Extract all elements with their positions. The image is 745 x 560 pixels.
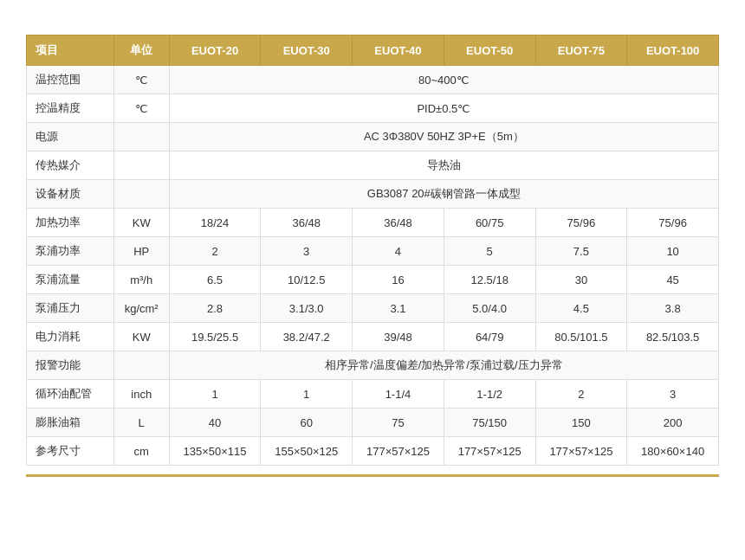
row-value-cell: 2	[535, 380, 627, 409]
row-value-cell: 1-1/4	[353, 380, 444, 409]
col-header-model: EUOT-40	[353, 35, 444, 66]
table-row: 参考尺寸cm135×50×115155×50×125177×57×125177×…	[27, 437, 719, 466]
row-item: 膨胀油箱	[27, 409, 114, 437]
row-unit: HP	[113, 237, 169, 266]
row-unit: cm	[113, 437, 169, 466]
row-value-cell: 16	[353, 266, 444, 294]
row-value-cell: 177×57×125	[353, 437, 444, 466]
row-value-cell: 30	[535, 266, 627, 294]
parameter-table: 项目单位EUOT-20EUOT-30EUOT-40EUOT-50EUOT-75E…	[26, 35, 719, 466]
table-row: 膨胀油箱L40607575/150150200	[27, 409, 719, 437]
row-value-cell: 75/96	[535, 209, 627, 237]
row-item: 参考尺寸	[27, 437, 114, 466]
row-unit	[113, 351, 169, 380]
row-item: 控温精度	[27, 94, 114, 123]
table-row: 设备材质GB3087 20#碳钢管路一体成型	[27, 180, 719, 209]
row-value-cell: 12.5/18	[444, 266, 535, 294]
row-item: 泵浦功率	[27, 237, 114, 266]
row-value-cell: 3	[627, 380, 719, 409]
row-value-cell: 36/48	[353, 209, 444, 237]
col-header-item: 项目	[27, 35, 114, 66]
row-value-cell: 36/48	[261, 209, 353, 237]
row-value-cell: 40	[169, 409, 261, 437]
bottom-line	[26, 474, 719, 477]
row-value-cell: 150	[535, 409, 627, 437]
row-item: 泵浦压力	[27, 294, 114, 323]
row-value-span: AC 3Φ380V 50HZ 3P+E（5m）	[169, 123, 718, 151]
row-value-cell: 3.1/3.0	[261, 294, 353, 323]
table-row: 控温精度℃PID±0.5℃	[27, 94, 719, 123]
row-value-cell: 82.5/103.5	[627, 323, 719, 351]
row-value-cell: 6.5	[169, 266, 261, 294]
row-item: 循环油配管	[27, 380, 114, 409]
table-row: 电源AC 3Φ380V 50HZ 3P+E（5m）	[27, 123, 719, 151]
row-unit: KW	[113, 209, 169, 237]
row-unit: ℃	[113, 66, 169, 94]
row-value-cell: 177×57×125	[535, 437, 627, 466]
table-row: 泵浦压力kg/cm²2.83.1/3.03.15.0/4.04.53.8	[27, 294, 719, 323]
row-value-span: 导热油	[169, 151, 718, 180]
row-value-cell: 4.5	[535, 294, 627, 323]
table-row: 泵浦功率HP23457.510	[27, 237, 719, 266]
row-value-cell: 38.2/47.2	[261, 323, 353, 351]
row-unit: kg/cm²	[113, 294, 169, 323]
table-row: 加热功率KW18/2436/4836/4860/7575/9675/96	[27, 209, 719, 237]
col-header-model: EUOT-20	[169, 35, 261, 66]
row-item: 温控范围	[27, 66, 114, 94]
row-value-cell: 1	[261, 380, 353, 409]
row-value-cell: 80.5/101.5	[535, 323, 627, 351]
row-value-cell: 180×60×140	[627, 437, 719, 466]
row-value-cell: 75/96	[627, 209, 719, 237]
table-row: 温控范围℃80~400℃	[27, 66, 719, 94]
row-value-cell: 60	[261, 409, 353, 437]
row-value-cell: 75	[353, 409, 444, 437]
row-value-cell: 135×50×115	[169, 437, 261, 466]
row-value-span: 80~400℃	[169, 66, 718, 94]
row-value-cell: 19.5/25.5	[169, 323, 261, 351]
row-unit: ℃	[113, 94, 169, 123]
col-header-unit: 单位	[113, 35, 169, 66]
row-value-cell: 3	[261, 237, 353, 266]
row-value-cell: 3.8	[627, 294, 719, 323]
row-value-cell: 7.5	[535, 237, 627, 266]
row-value-span: PID±0.5℃	[169, 94, 718, 123]
row-value-cell: 155×50×125	[261, 437, 353, 466]
row-value-cell: 4	[353, 237, 444, 266]
col-header-model: EUOT-75	[535, 35, 627, 66]
row-value-cell: 177×57×125	[444, 437, 535, 466]
row-value-cell: 64/79	[444, 323, 535, 351]
table-row: 传热媒介导热油	[27, 151, 719, 180]
table-row: 循环油配管inch111-1/41-1/223	[27, 380, 719, 409]
row-value-cell: 5.0/4.0	[444, 294, 535, 323]
row-unit	[113, 180, 169, 209]
row-value-cell: 5	[444, 237, 535, 266]
row-value-cell: 2	[169, 237, 261, 266]
row-item: 传热媒介	[27, 151, 114, 180]
row-unit	[113, 151, 169, 180]
row-item: 设备材质	[27, 180, 114, 209]
row-item: 泵浦流量	[27, 266, 114, 294]
col-header-model: EUOT-50	[444, 35, 535, 66]
row-value-span: GB3087 20#碳钢管路一体成型	[169, 180, 718, 209]
row-item: 报警功能	[27, 351, 114, 380]
row-value-cell: 2.8	[169, 294, 261, 323]
row-value-cell: 75/150	[444, 409, 535, 437]
row-value-cell: 1	[169, 380, 261, 409]
row-value-cell: 10/12.5	[261, 266, 353, 294]
row-value-cell: 60/75	[444, 209, 535, 237]
row-value-cell: 39/48	[353, 323, 444, 351]
row-unit: m³/h	[113, 266, 169, 294]
row-unit	[113, 123, 169, 151]
table-row: 报警功能相序异常/温度偏差/加热异常/泵浦过载/压力异常	[27, 351, 719, 380]
row-item: 电力消耗	[27, 323, 114, 351]
row-item: 加热功率	[27, 209, 114, 237]
row-unit: L	[113, 409, 169, 437]
row-item: 电源	[27, 123, 114, 151]
col-header-model: EUOT-100	[627, 35, 719, 66]
row-unit: KW	[113, 323, 169, 351]
table-row: 泵浦流量m³/h6.510/12.51612.5/183045	[27, 266, 719, 294]
row-value-cell: 45	[627, 266, 719, 294]
row-value-cell: 18/24	[169, 209, 261, 237]
row-value-span: 相序异常/温度偏差/加热异常/泵浦过载/压力异常	[169, 351, 718, 380]
row-unit: inch	[113, 380, 169, 409]
